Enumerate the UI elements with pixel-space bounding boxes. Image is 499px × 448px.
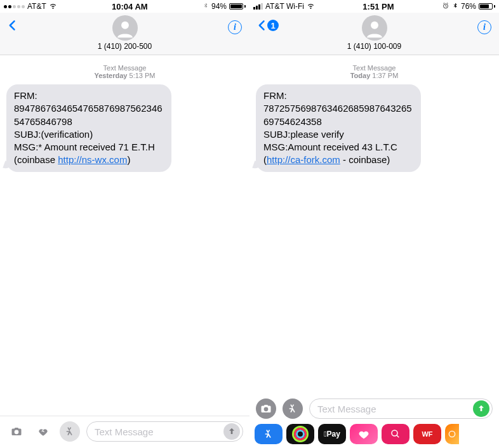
- ts-day: Today: [350, 72, 371, 79]
- message-timestamp: Text Message Yesterday 5:13 PM: [6, 64, 243, 79]
- bluetooth-icon: [452, 2, 458, 11]
- compose-row: Text Message: [0, 416, 250, 448]
- send-button[interactable]: [473, 400, 489, 417]
- drawer-activity-icon[interactable]: [286, 424, 314, 444]
- msg-from: FRM:: [263, 90, 287, 101]
- send-button[interactable]: [223, 423, 240, 440]
- msg-from: FRM:: [14, 90, 37, 101]
- message-placeholder: Text Message: [95, 426, 223, 437]
- battery-pct: 76%: [461, 2, 476, 11]
- msg-body-b: - coinbase): [340, 154, 390, 165]
- digital-touch-icon[interactable]: [33, 421, 53, 442]
- status-bar: AT&T 10:04 AM 94%: [0, 0, 250, 13]
- alarm-icon: [442, 2, 449, 11]
- ts-time: 1:37 PM: [372, 72, 398, 79]
- carrier-label: AT&T Wi-Fi: [265, 2, 304, 11]
- back-button[interactable]: 1: [256, 16, 279, 34]
- msg-body-b: ): [127, 154, 130, 165]
- chat-area: Text Message Yesterday 5:13 PM FRM: 8947…: [0, 55, 250, 416]
- message-bubble[interactable]: FRM: 78725756987634626859876432656975462…: [256, 84, 421, 172]
- carrier-label: AT&T: [27, 2, 46, 11]
- svg-point-2: [371, 22, 378, 29]
- drawer-images-icon[interactable]: [382, 424, 409, 444]
- avatar[interactable]: [362, 15, 387, 41]
- nav-header: 1 (410) 200-500 i: [0, 13, 250, 55]
- camera-icon[interactable]: [6, 421, 27, 442]
- message-timestamp: Text Message Today 1:37 PM: [256, 64, 493, 79]
- message-bubble[interactable]: FRM: 89478676346547658769875623465476584…: [6, 84, 171, 172]
- battery-icon: [479, 3, 495, 10]
- svg-point-4: [449, 431, 455, 437]
- drawer-digital-touch-icon[interactable]: [350, 424, 378, 444]
- drawer-wf-icon[interactable]: WF: [413, 424, 441, 444]
- status-bar: AT&T Wi-Fi 1:51 PM 76%: [250, 0, 499, 13]
- drawer-app-partial[interactable]: [445, 424, 459, 444]
- msg-subj: SUBJ:(verification): [14, 129, 93, 140]
- status-time: 10:04 AM: [112, 2, 148, 11]
- info-button[interactable]: i: [228, 20, 242, 34]
- msg-subj: SUBJ:please verify: [263, 129, 344, 140]
- msg-link[interactable]: http://ns-wx.com: [58, 154, 127, 165]
- battery-icon: [229, 3, 246, 10]
- svg-point-0: [121, 22, 129, 29]
- compose-row: Text Message: [250, 395, 499, 421]
- nav-header: 1 1 (410) 100-009 i: [250, 13, 499, 55]
- battery-pct: 94%: [211, 2, 227, 11]
- chat-area: Text Message Today 1:37 PM FRM: 78725756…: [250, 55, 499, 395]
- msg-number: 787257569876346268598764326569754624358: [263, 103, 412, 126]
- back-button[interactable]: [6, 16, 19, 34]
- message-input[interactable]: Text Message: [86, 421, 243, 442]
- phone-left: AT&T 10:04 AM 94%: [0, 0, 250, 448]
- msg-link[interactable]: http://ca-fork.com: [267, 154, 340, 165]
- signal-dots-icon: [4, 5, 25, 8]
- appstore-icon[interactable]: [283, 399, 303, 419]
- message-source: Text Message: [256, 64, 493, 72]
- message-source: Text Message: [6, 64, 243, 72]
- contact-name[interactable]: 1 (410) 200-500: [5, 42, 244, 51]
- info-button[interactable]: i: [477, 20, 491, 34]
- avatar[interactable]: [112, 15, 138, 41]
- phone-right: AT&T Wi-Fi 1:51 PM 76%: [250, 0, 499, 448]
- signal-bars-icon: [253, 3, 263, 10]
- status-time: 1:51 PM: [363, 2, 394, 11]
- drawer-apple-pay[interactable]: Pay: [318, 424, 346, 444]
- wifi-icon: [307, 1, 315, 11]
- message-placeholder: Text Message: [317, 404, 473, 414]
- back-unread-badge: 1: [267, 20, 279, 31]
- msg-number: 894786763465476587698756234654765846798: [14, 103, 163, 126]
- contact-name[interactable]: 1 (410) 100-009: [255, 42, 494, 51]
- camera-icon[interactable]: [256, 399, 276, 419]
- drawer-app-store[interactable]: [255, 424, 283, 444]
- ts-time: 5:13 PM: [130, 72, 156, 79]
- message-input[interactable]: Text Message: [309, 399, 493, 419]
- appstore-icon[interactable]: [60, 421, 80, 442]
- wifi-icon: [49, 1, 57, 11]
- app-drawer[interactable]: Pay WF: [250, 421, 499, 448]
- ts-day: Yesterday: [94, 72, 127, 79]
- bluetooth-icon: [203, 2, 209, 11]
